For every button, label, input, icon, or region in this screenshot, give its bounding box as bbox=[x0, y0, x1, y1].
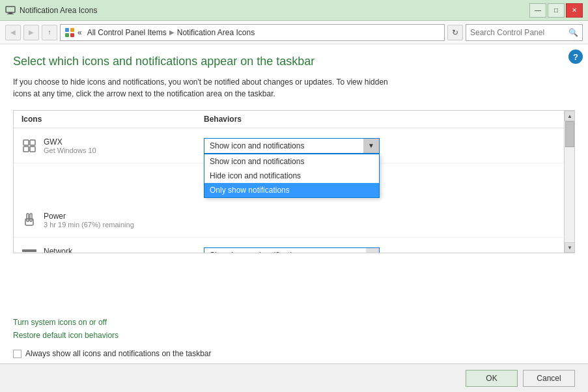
description: If you choose to hide icons and notifica… bbox=[13, 76, 575, 100]
content-area: ? Select which icons and notifications a… bbox=[0, 44, 588, 392]
table-row: Power 3 hr 19 min (67%) remaining bbox=[14, 203, 564, 238]
network-icon bbox=[21, 247, 37, 254]
scroll-thumb[interactable] bbox=[565, 121, 574, 147]
col-icons-header: Icons bbox=[21, 115, 204, 124]
svg-rect-6 bbox=[70, 33, 74, 37]
gwx-dropdown-arrow-icon: ▼ bbox=[363, 139, 379, 153]
checkbox-row: Always show all icons and notifications … bbox=[0, 349, 588, 358]
svg-rect-9 bbox=[23, 147, 29, 152]
title-bar-left: Notification Area Icons bbox=[5, 5, 97, 16]
svg-rect-11 bbox=[27, 214, 29, 221]
maximize-button[interactable]: □ bbox=[548, 3, 565, 18]
gwx-name: GWX bbox=[44, 137, 96, 147]
title-bar-controls: — □ ✕ bbox=[529, 3, 583, 18]
address-path: « All Control Panel Items ▶ Notification… bbox=[60, 24, 445, 41]
monitor-icon bbox=[5, 5, 16, 16]
title-bar: Notification Area Icons — □ ✕ bbox=[0, 0, 588, 21]
dropdown-option-notifications-only[interactable]: Only show notifications bbox=[204, 183, 379, 197]
scroll-down-button[interactable]: ▼ bbox=[565, 242, 575, 253]
minimize-button[interactable]: — bbox=[529, 3, 546, 18]
gwx-dropdown-container: Show icon and notifications ▼ Show icon … bbox=[204, 138, 556, 154]
always-show-checkbox[interactable] bbox=[13, 350, 21, 358]
table-header: Icons Behaviors bbox=[14, 111, 564, 128]
close-button[interactable]: ✕ bbox=[566, 3, 583, 18]
icon-cell-power: Power 3 hr 19 min (67%) remaining bbox=[21, 212, 204, 229]
power-info: Power 3 hr 19 min (67%) remaining bbox=[44, 212, 134, 229]
icon-cell-network: Network AIRTEL_MF29_3DF8D2 Internet acc.… bbox=[21, 247, 204, 254]
table-row: GWX Get Windows 10 Show icon and notific… bbox=[14, 128, 564, 163]
help-button[interactable]: ? bbox=[568, 49, 583, 64]
search-icon[interactable]: 🔍 bbox=[568, 28, 578, 37]
icons-table: Icons Behaviors GWX bbox=[13, 110, 575, 253]
cancel-button[interactable]: Cancel bbox=[523, 370, 575, 387]
search-box[interactable]: 🔍 bbox=[466, 24, 583, 41]
back-button[interactable]: ◀ bbox=[5, 25, 21, 40]
svg-rect-4 bbox=[70, 28, 74, 32]
up-button[interactable]: ↑ bbox=[42, 25, 57, 40]
restore-defaults-link[interactable]: Restore default icon behaviors bbox=[13, 331, 575, 340]
network-dropdown-arrow-icon: ▼ bbox=[366, 248, 379, 254]
control-panel-icon bbox=[64, 27, 75, 38]
behavior-cell-network: Show icon and notifications ▼ bbox=[204, 247, 556, 254]
address-bar: ◀ ▶ ↑ « All Control Panel Items ▶ Notifi… bbox=[0, 21, 588, 44]
window-title: Notification Area Icons bbox=[20, 6, 97, 15]
network-name: Network bbox=[44, 247, 167, 254]
breadcrumb-sep2: ▶ bbox=[169, 29, 175, 36]
table-row: Network AIRTEL_MF29_3DF8D2 Internet acc.… bbox=[14, 238, 564, 253]
svg-rect-10 bbox=[30, 147, 35, 152]
ok-button[interactable]: OK bbox=[466, 370, 518, 387]
power-icon bbox=[21, 212, 37, 228]
col-behaviors-header: Behaviors bbox=[204, 115, 556, 124]
dropdown-option-hide[interactable]: Hide icon and notifications bbox=[204, 169, 379, 183]
breadcrumb-item1[interactable]: All Control Panel Items bbox=[87, 28, 167, 37]
gwx-dropdown-value: Show icon and notifications bbox=[210, 141, 363, 150]
search-input[interactable] bbox=[470, 28, 568, 37]
main-content: Select which icons and notifications app… bbox=[0, 44, 588, 318]
refresh-button[interactable]: ↻ bbox=[447, 25, 463, 40]
dropdown-option-show[interactable]: Show icon and notifications bbox=[204, 154, 379, 169]
breadcrumb-all-control-panel: « bbox=[77, 28, 82, 37]
power-name: Power bbox=[44, 212, 134, 221]
svg-rect-17 bbox=[22, 249, 36, 252]
always-show-label: Always show all icons and notifications … bbox=[25, 349, 212, 358]
svg-rect-0 bbox=[6, 7, 15, 12]
scrollbar: ▲ ▼ bbox=[564, 111, 574, 253]
svg-rect-2 bbox=[7, 14, 14, 14]
network-info: Network AIRTEL_MF29_3DF8D2 Internet acc.… bbox=[44, 247, 167, 254]
power-desc: 3 hr 19 min (67%) remaining bbox=[44, 221, 134, 229]
svg-rect-8 bbox=[30, 140, 35, 145]
icon-cell-gwx: GWX Get Windows 10 bbox=[21, 137, 204, 154]
system-icons-link[interactable]: Turn system icons on or off bbox=[13, 318, 575, 327]
svg-rect-16 bbox=[24, 253, 35, 254]
svg-rect-12 bbox=[30, 214, 32, 221]
links-area: Turn system icons on or off Restore defa… bbox=[0, 318, 588, 344]
gwx-dropdown-menu: Show icon and notifications Hide icon an… bbox=[204, 154, 380, 198]
scroll-up-button[interactable]: ▲ bbox=[565, 111, 575, 121]
scroll-track bbox=[565, 121, 574, 242]
svg-rect-3 bbox=[65, 28, 69, 32]
svg-rect-7 bbox=[23, 140, 29, 145]
breadcrumb-current: Notification Area Icons bbox=[177, 28, 255, 37]
svg-rect-5 bbox=[65, 33, 69, 37]
gwx-icon bbox=[21, 138, 37, 154]
gwx-info: GWX Get Windows 10 bbox=[44, 137, 96, 154]
svg-rect-1 bbox=[8, 12, 12, 14]
behavior-cell-gwx: Show icon and notifications ▼ Show icon … bbox=[204, 138, 556, 154]
footer: OK Cancel bbox=[0, 363, 588, 392]
gwx-dropdown-trigger[interactable]: Show icon and notifications ▼ bbox=[204, 138, 380, 154]
network-dropdown-value: Show icon and notifications bbox=[210, 251, 374, 254]
gwx-desc: Get Windows 10 bbox=[44, 147, 96, 154]
network-dropdown[interactable]: Show icon and notifications ▼ bbox=[204, 247, 380, 254]
page-title: Select which icons and notifications app… bbox=[13, 55, 575, 68]
forward-button[interactable]: ▶ bbox=[23, 25, 39, 40]
